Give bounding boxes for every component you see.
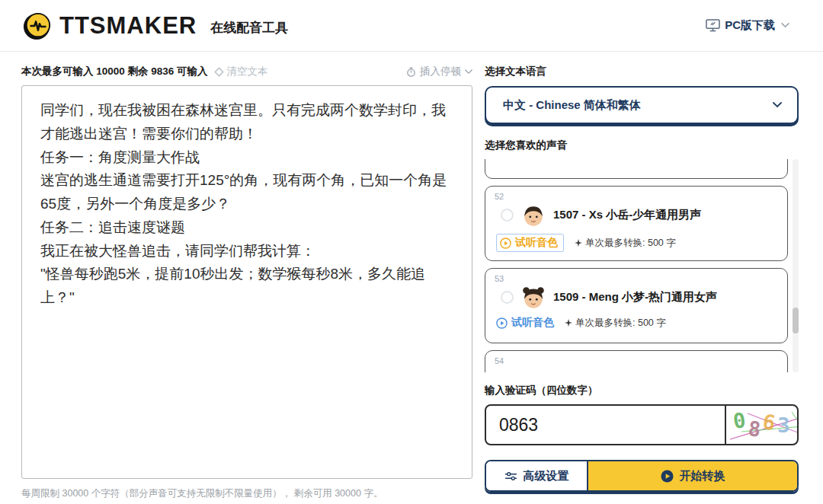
girl-avatar-icon — [520, 284, 546, 310]
voice-limit: 单次最多转换: 500 字 — [575, 237, 676, 250]
action-buttons: 高级设置 开始转换 — [485, 460, 799, 492]
voice-card-partial-top[interactable] — [485, 159, 788, 179]
main-content: 本次最多可输入 10000 剩余 9836 可输入 清空文本 插入停顿 — [0, 52, 823, 500]
brand-name: TTSMAKER — [59, 12, 197, 40]
language-section-label: 选择文本语言 — [485, 65, 799, 78]
insert-pause-label: 插入停顿 — [420, 65, 461, 78]
clear-text-label: 清空文本 — [227, 65, 268, 78]
captcha-image[interactable]: 0 8 6 3 — [725, 404, 799, 445]
voice-list-scrollbar-thumb[interactable] — [793, 308, 799, 333]
preview-voice-button[interactable]: 试听音色 — [496, 316, 554, 330]
voice-radio[interactable] — [501, 209, 514, 222]
ttsmaker-logo-icon — [23, 11, 52, 40]
voice-limit: 单次最多转换: 500 字 — [565, 317, 666, 330]
captcha-input[interactable] — [485, 404, 725, 445]
sparkle-icon — [565, 319, 572, 327]
start-convert-label: 开始转换 — [680, 469, 725, 483]
eraser-icon — [214, 67, 224, 77]
captcha-digit: 3 — [777, 413, 789, 437]
weekly-limit-note: 每周限制 30000 个字符（部分声音可支持无限制不限量使用）， 剩余可用 30… — [21, 487, 472, 500]
preview-voice-button[interactable]: 试听音色 — [496, 234, 564, 252]
voice-list-scrollbar[interactable] — [793, 159, 799, 372]
voice-index: 52 — [495, 192, 778, 201]
preview-voice-label: 试听音色 — [511, 316, 554, 330]
captcha-digit: 8 — [747, 416, 761, 442]
timer-icon — [406, 67, 416, 77]
brand[interactable]: TTSMAKER 在线配音工具 — [23, 11, 288, 40]
sparkle-icon — [575, 239, 582, 247]
insert-pause-button[interactable]: 插入停顿 — [406, 65, 472, 78]
brand-subtitle: 在线配音工具 — [210, 19, 288, 37]
sliders-icon — [504, 471, 517, 481]
pc-download-label: PC版下载 — [725, 18, 775, 33]
voice-card-52[interactable]: 52 1507 - Xs 小岳-少年通用男声 — [485, 186, 788, 261]
char-counter: 本次最多可输入 10000 剩余 9836 可输入 清空文本 — [21, 65, 268, 78]
voice-list: 52 1507 - Xs 小岳-少年通用男声 — [485, 159, 799, 372]
captcha-row: 0 8 6 3 — [485, 404, 799, 445]
advanced-settings-button[interactable]: 高级设置 — [486, 461, 588, 490]
voice-list-scroll-content: 52 1507 - Xs 小岳-少年通用男声 — [485, 159, 788, 372]
tts-text-input[interactable]: 同学们，现在我被困在森林迷宫里。只有完成两个数学封印，我才能逃出迷宫！需要你们的… — [21, 85, 472, 479]
text-editor-panel: 本次最多可输入 10000 剩余 9836 可输入 清空文本 插入停顿 — [21, 65, 472, 500]
voice-index: 53 — [495, 274, 778, 283]
language-selected-value: 中文 - Chinese 简体和繁体 — [503, 98, 641, 113]
voice-index: 54 — [495, 356, 778, 365]
chevron-down-icon — [773, 102, 782, 108]
editor-toolbar: 本次最多可输入 10000 剩余 9836 可输入 清空文本 插入停顿 — [21, 65, 472, 78]
voice-limit-label: 单次最多转换: 500 字 — [575, 317, 666, 330]
advanced-settings-label: 高级设置 — [524, 469, 569, 483]
boy-avatar-icon — [520, 202, 546, 228]
voice-limit-label: 单次最多转换: 500 字 — [585, 237, 676, 250]
start-convert-button[interactable]: 开始转换 — [588, 461, 797, 490]
preview-voice-label: 试听音色 — [515, 236, 558, 250]
char-counter-text: 本次最多可输入 10000 剩余 9836 可输入 — [21, 65, 208, 78]
voice-name: 1509 - Meng 小梦-热门通用女声 — [553, 290, 717, 305]
captcha-section-label: 输入验证码（四位数字） — [485, 384, 799, 397]
pc-download-button[interactable]: PC版下载 — [706, 18, 789, 33]
voice-card-54[interactable]: 54 — [485, 350, 788, 372]
app-header: TTSMAKER 在线配音工具 PC版下载 — [0, 0, 823, 52]
monitor-icon — [706, 19, 720, 32]
voice-name: 1507 - Xs 小岳-少年通用男声 — [553, 208, 701, 222]
chevron-down-icon — [781, 23, 789, 28]
voice-card-53[interactable]: 53 — [485, 268, 788, 343]
options-panel: 选择文本语言 中文 - Chinese 简体和繁体 选择您喜欢的声音 52 — [485, 65, 799, 500]
voices-section-label: 选择您喜欢的声音 — [485, 139, 799, 152]
language-select[interactable]: 中文 - Chinese 简体和繁体 — [485, 86, 799, 124]
chevron-down-icon — [465, 69, 472, 75]
voice-radio[interactable] — [501, 291, 514, 304]
clear-text-button[interactable]: 清空文本 — [214, 65, 268, 78]
play-circle-icon — [661, 470, 674, 483]
